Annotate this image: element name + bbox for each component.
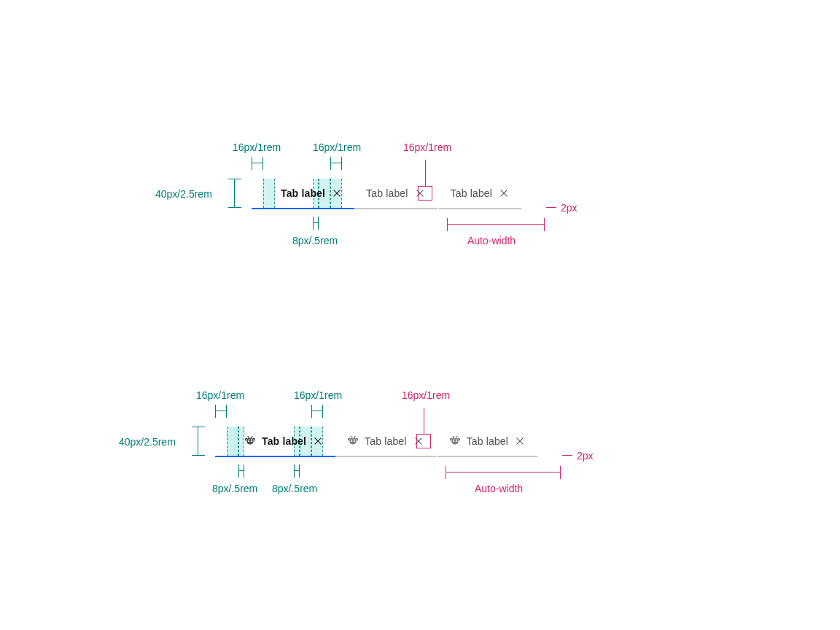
close-icon[interactable]: [413, 435, 424, 447]
spec-height-label: 40px/2.5rem: [119, 437, 176, 447]
close-icon[interactable]: [498, 187, 510, 199]
tab-label: Tab label: [366, 188, 408, 198]
tablist: Tab label Tab label Tab label: [215, 427, 537, 456]
spec-pad-left-label: 16px/1rem: [233, 142, 281, 152]
tab-label: Tab label: [281, 188, 325, 198]
spec-pad-right-label: 16px/1rem: [313, 142, 361, 152]
spec-gap-label: 8px/.5rem: [292, 236, 338, 246]
tablist: Tab label Tab label Tab label: [252, 179, 521, 208]
svg-line-10: [248, 437, 249, 438]
tabs-spec-with-icon: Tab label Tab label Tab label: [215, 427, 537, 456]
svg-line-18: [351, 437, 351, 438]
close-icon[interactable]: [514, 435, 526, 447]
spec-close-leader: [424, 408, 424, 434]
tab-3[interactable]: Tab label: [439, 179, 521, 209]
spec-pad-right-marker: [311, 408, 323, 415]
close-icon[interactable]: [331, 187, 343, 199]
spec-gap2-marker: [294, 467, 300, 475]
spec-close-leader: [425, 160, 426, 186]
close-icon[interactable]: [414, 187, 426, 199]
spec-autowidth-marker: [446, 469, 561, 476]
spec-underline-tick: [562, 455, 572, 456]
spec-underline-label: 2px: [577, 451, 594, 461]
spec-underline-label: 2px: [561, 203, 578, 213]
spec-gap1-marker: [238, 467, 244, 475]
spec-icon-width-marker: [330, 160, 342, 167]
tab-label: Tab label: [467, 436, 508, 446]
spec-autowidth-label: Auto-width: [475, 483, 523, 494]
spec-autowidth-label: Auto-width: [467, 236, 516, 246]
spec-pad-right-label: 16px/1rem: [294, 390, 342, 400]
spec-height-marker: [195, 427, 202, 456]
spec-autowidth-marker: [447, 221, 545, 228]
spec-pad-left-marker: [215, 408, 227, 415]
svg-line-19: [354, 437, 355, 438]
bee-icon: [347, 435, 359, 447]
svg-line-26: [453, 437, 454, 438]
spec-pad-left-label: 16px/1rem: [196, 390, 244, 400]
tab-2[interactable]: Tab label: [335, 427, 435, 457]
svg-line-11: [252, 437, 252, 438]
tab-label: Tab label: [365, 436, 406, 446]
svg-line-27: [456, 437, 457, 438]
spec-pad-left-marker: [252, 160, 263, 167]
spec-close-size-label: 16px/1rem: [402, 390, 450, 400]
tab-label: Tab label: [451, 188, 492, 198]
tabs-spec-default: Tab label Tab label Tab label 40px/2.5re…: [252, 179, 521, 208]
bee-icon: [449, 435, 461, 447]
spec-gap-marker: [313, 219, 319, 227]
spec-close-size-label: 16px/1rem: [403, 142, 451, 152]
close-icon[interactable]: [312, 435, 324, 447]
tab-3[interactable]: Tab label: [438, 427, 537, 457]
spec-gap1-label: 8px/.5rem: [212, 483, 257, 494]
spec-gap2-label: 8px/.5rem: [272, 483, 317, 494]
bee-icon: [244, 435, 256, 447]
spec-underline-tick: [546, 207, 556, 208]
tab-label: Tab label: [262, 436, 306, 446]
spec-height-marker: [231, 179, 238, 208]
spec-height-label: 40px/2.5rem: [155, 189, 212, 199]
